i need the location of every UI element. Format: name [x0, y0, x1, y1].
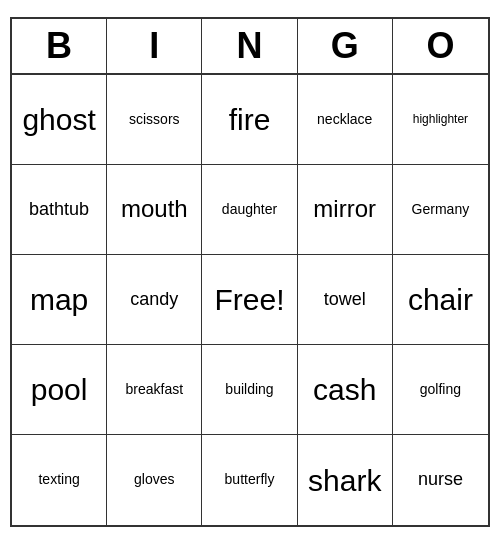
cell-text-16: breakfast — [125, 382, 183, 397]
bingo-cell-6[interactable]: mouth — [107, 165, 202, 255]
bingo-cell-18[interactable]: cash — [298, 345, 393, 435]
cell-text-2: fire — [229, 103, 271, 136]
bingo-cell-13[interactable]: towel — [298, 255, 393, 345]
cell-text-5: bathtub — [29, 200, 89, 220]
cell-text-22: butterfly — [225, 472, 275, 487]
header-letter-I: I — [107, 19, 202, 73]
bingo-cell-20[interactable]: texting — [12, 435, 107, 525]
bingo-cell-5[interactable]: bathtub — [12, 165, 107, 255]
cell-text-3: necklace — [317, 112, 372, 127]
header-letter-G: G — [298, 19, 393, 73]
cell-text-10: map — [30, 283, 88, 316]
cell-text-24: nurse — [418, 470, 463, 490]
cell-text-20: texting — [38, 472, 79, 487]
bingo-cell-9[interactable]: Germany — [393, 165, 488, 255]
header-letter-B: B — [12, 19, 107, 73]
header-letter-N: N — [202, 19, 297, 73]
bingo-cell-7[interactable]: daughter — [202, 165, 297, 255]
cell-text-4: highlighter — [413, 113, 468, 126]
cell-text-8: mirror — [313, 196, 376, 222]
bingo-cell-0[interactable]: ghost — [12, 75, 107, 165]
bingo-cell-3[interactable]: necklace — [298, 75, 393, 165]
header-letter-O: O — [393, 19, 488, 73]
cell-text-6: mouth — [121, 196, 188, 222]
cell-text-0: ghost — [22, 103, 95, 136]
bingo-cell-8[interactable]: mirror — [298, 165, 393, 255]
cell-text-9: Germany — [412, 202, 470, 217]
cell-text-14: chair — [408, 283, 473, 316]
cell-text-15: pool — [31, 373, 88, 406]
bingo-cell-23[interactable]: shark — [298, 435, 393, 525]
bingo-cell-21[interactable]: gloves — [107, 435, 202, 525]
cell-text-19: golfing — [420, 382, 461, 397]
cell-text-18: cash — [313, 373, 376, 406]
bingo-cell-2[interactable]: fire — [202, 75, 297, 165]
bingo-card: BINGO ghostscissorsfirenecklacehighlight… — [10, 17, 490, 527]
bingo-cell-22[interactable]: butterfly — [202, 435, 297, 525]
bingo-cell-19[interactable]: golfing — [393, 345, 488, 435]
bingo-cell-10[interactable]: map — [12, 255, 107, 345]
bingo-cell-14[interactable]: chair — [393, 255, 488, 345]
cell-text-17: building — [225, 382, 273, 397]
cell-text-23: shark — [308, 464, 381, 497]
bingo-cell-1[interactable]: scissors — [107, 75, 202, 165]
bingo-grid: ghostscissorsfirenecklacehighlighterbath… — [12, 75, 488, 525]
cell-text-21: gloves — [134, 472, 174, 487]
bingo-cell-12[interactable]: Free! — [202, 255, 297, 345]
cell-text-7: daughter — [222, 202, 277, 217]
bingo-cell-16[interactable]: breakfast — [107, 345, 202, 435]
cell-text-11: candy — [130, 290, 178, 310]
bingo-cell-11[interactable]: candy — [107, 255, 202, 345]
bingo-cell-24[interactable]: nurse — [393, 435, 488, 525]
bingo-cell-15[interactable]: pool — [12, 345, 107, 435]
cell-text-1: scissors — [129, 112, 180, 127]
cell-text-13: towel — [324, 290, 366, 310]
bingo-header: BINGO — [12, 19, 488, 75]
bingo-cell-17[interactable]: building — [202, 345, 297, 435]
cell-text-12: Free! — [214, 283, 284, 316]
bingo-cell-4[interactable]: highlighter — [393, 75, 488, 165]
